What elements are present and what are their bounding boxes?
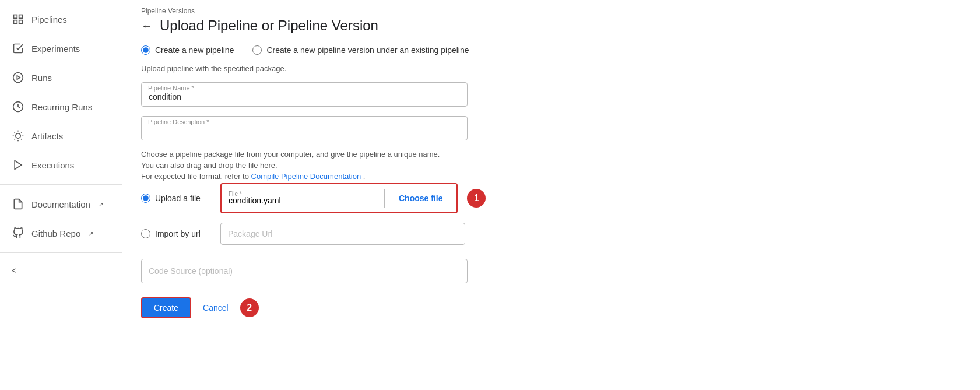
- upload-file-radio-input[interactable]: [141, 194, 150, 203]
- recurring-icon: [12, 100, 24, 113]
- sidebar-item-artifacts-label: Artifacts: [31, 131, 63, 141]
- svg-point-7: [16, 133, 20, 138]
- pipeline-description-field: Pipeline Description *: [141, 116, 468, 140]
- import-url-radio-input[interactable]: [141, 229, 150, 238]
- package-url-input[interactable]: [220, 223, 465, 245]
- file-field-label: File *: [229, 191, 242, 197]
- radio-new-pipeline-label: Create a new pipeline: [155, 45, 234, 55]
- sidebar-item-artifacts[interactable]: Artifacts: [0, 121, 122, 150]
- upload-file-radio-label[interactable]: Upload a file: [141, 194, 211, 203]
- sidebar-item-pipelines-label: Pipelines: [31, 15, 67, 24]
- sidebar-item-recurring-runs-label: Recurring Runs: [31, 102, 92, 112]
- import-url-radio-label[interactable]: Import by url: [141, 229, 211, 238]
- upload-file-row: Upload a file File * Choose file 1: [141, 183, 961, 213]
- sidebar-item-runs[interactable]: Runs: [0, 63, 122, 92]
- experiment-icon: [12, 42, 24, 55]
- sidebar-item-experiments[interactable]: Experiments: [0, 34, 122, 63]
- page-header: ← Upload Pipeline or Pipeline Version: [141, 17, 961, 34]
- upload-description: Upload pipeline with the specified packa…: [141, 64, 961, 73]
- badge-1: 1: [467, 189, 486, 208]
- compile-pipeline-link[interactable]: Compile Pipeline Documentation: [251, 172, 361, 181]
- sidebar-item-documentation[interactable]: Documentation ↗: [0, 189, 122, 219]
- code-source-input[interactable]: [141, 259, 468, 283]
- back-button[interactable]: ←: [141, 19, 153, 33]
- doc-icon: [12, 198, 24, 210]
- artifact-icon: [12, 129, 24, 142]
- svg-marker-16: [15, 161, 22, 170]
- radio-existing-pipeline[interactable]: Create a new pipeline version under an e…: [252, 45, 469, 55]
- file-name-field: File *: [222, 189, 385, 208]
- import-url-label-text: Import by url: [155, 229, 201, 238]
- github-icon: [12, 227, 24, 240]
- file-instructions-line1: Choose a pipeline package file from your…: [141, 150, 468, 159]
- svg-rect-0: [14, 15, 17, 19]
- choose-file-button[interactable]: Choose file: [385, 184, 456, 212]
- file-instructions-line2: You can also drag and drop the file here…: [141, 161, 468, 170]
- svg-rect-2: [14, 20, 17, 24]
- svg-marker-5: [17, 76, 20, 80]
- sidebar-item-github-label: Github Repo: [31, 229, 80, 238]
- radio-existing-pipeline-input[interactable]: [252, 45, 262, 55]
- import-url-row: Import by url: [141, 223, 961, 245]
- executions-icon: [12, 159, 24, 171]
- sidebar-item-github[interactable]: Github Repo ↗: [0, 219, 122, 248]
- sidebar-item-experiments-label: Experiments: [31, 44, 80, 54]
- sidebar-divider-2: [0, 252, 122, 253]
- run-icon: [12, 71, 24, 84]
- badge-2: 2: [240, 298, 259, 317]
- svg-rect-3: [19, 20, 23, 24]
- radio-existing-pipeline-label: Create a new pipeline version under an e…: [266, 45, 469, 55]
- svg-line-14: [15, 139, 15, 139]
- radio-new-pipeline-input[interactable]: [141, 45, 150, 55]
- pipeline-type-radio-group: Create a new pipeline Create a new pipel…: [141, 45, 961, 55]
- sidebar-item-executions-label: Executions: [31, 160, 74, 170]
- sidebar-item-pipelines[interactable]: Pipelines: [0, 5, 122, 34]
- file-name-input[interactable]: [222, 189, 385, 208]
- import-url-field: [220, 223, 465, 245]
- breadcrumb: Pipeline Versions: [141, 0, 961, 17]
- pipeline-icon: [12, 13, 24, 26]
- sidebar-item-runs-label: Runs: [31, 73, 52, 83]
- file-input-group: File * Choose file: [220, 183, 458, 213]
- external-icon-github: ↗: [89, 230, 93, 237]
- page-title: Upload Pipeline or Pipeline Version: [160, 17, 378, 34]
- svg-line-10: [15, 132, 15, 133]
- external-icon-docs: ↗: [99, 201, 103, 208]
- cancel-button[interactable]: Cancel: [201, 298, 231, 317]
- sidebar: Pipelines Experiments Runs Recurring Run…: [0, 0, 122, 390]
- svg-point-4: [13, 73, 23, 83]
- svg-line-11: [21, 139, 22, 139]
- create-button[interactable]: Create: [141, 297, 191, 318]
- pipeline-description-label: Pipeline Description *: [148, 118, 209, 125]
- pipeline-name-field: Pipeline Name *: [141, 82, 468, 107]
- upload-file-label-text: Upload a file: [155, 194, 201, 203]
- pipeline-name-label: Pipeline Name *: [148, 85, 194, 92]
- svg-rect-1: [19, 15, 23, 19]
- main-content: Pipeline Versions ← Upload Pipeline or P…: [122, 0, 980, 390]
- sidebar-item-documentation-label: Documentation: [31, 199, 90, 209]
- svg-line-15: [21, 132, 22, 133]
- file-format-text: For expected file format, refer to Compi…: [141, 172, 468, 181]
- sidebar-divider-1: [0, 184, 122, 185]
- sidebar-collapse-button[interactable]: <: [0, 258, 122, 283]
- sidebar-item-executions[interactable]: Executions: [0, 150, 122, 180]
- radio-new-pipeline[interactable]: Create a new pipeline: [141, 45, 234, 55]
- action-buttons: Create Cancel 2: [141, 297, 961, 318]
- code-source-field: [141, 259, 468, 283]
- sidebar-item-recurring-runs[interactable]: Recurring Runs: [0, 92, 122, 121]
